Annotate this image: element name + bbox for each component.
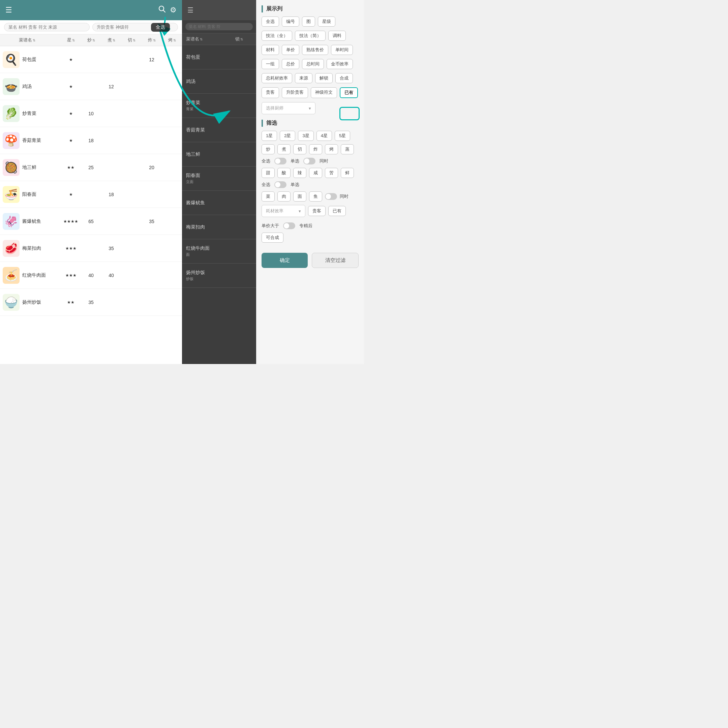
- search-button[interactable]: [158, 5, 166, 15]
- tag-合成[interactable]: 合成: [335, 73, 353, 83]
- food-emoji: 🍜: [3, 186, 20, 203]
- tag-蒸[interactable]: 蒸: [341, 144, 354, 154]
- efficiency-dropdown[interactable]: 耗材效率 ▾: [262, 205, 305, 217]
- tag-1星[interactable]: 1星: [262, 131, 277, 141]
- th-star[interactable]: 星 ⇅: [61, 37, 81, 43]
- tag-编号[interactable]: 编号: [282, 17, 299, 27]
- tag-yiyou-filter[interactable]: 已有: [328, 206, 346, 216]
- tag-解锁[interactable]: 解锁: [315, 73, 333, 83]
- tag-synthesize[interactable]: 可合成: [262, 232, 283, 243]
- tag-熟练售价[interactable]: 熟练售价: [302, 45, 328, 55]
- th-zha[interactable]: 炸 ⇅: [142, 37, 162, 43]
- mid-table-row[interactable]: 荷包蛋: [182, 45, 256, 69]
- tags-row2: 技法（全）技法（简）调料: [262, 31, 359, 41]
- mid-row-name: 炒青菜 青菜: [186, 100, 235, 112]
- mid-th-name[interactable]: 菜谱名 ⇅: [186, 36, 235, 42]
- tag-总耗材效率[interactable]: 总耗材效率: [262, 73, 292, 83]
- tag-金币效率[interactable]: 金币效率: [327, 59, 353, 69]
- tag-苦[interactable]: 苦: [325, 168, 338, 178]
- table-row[interactable]: 🍳 荷包蛋 ★ 12: [0, 46, 182, 73]
- mid-menu-icon[interactable]: ☰: [187, 6, 193, 14]
- tag-烤[interactable]: 烤: [325, 144, 338, 154]
- mid-table-row[interactable]: 梅菜扣肉: [182, 215, 256, 239]
- tag-总价[interactable]: 总价: [282, 59, 299, 69]
- table-row[interactable]: 🦑 酱爆鱿鱼 ★★★★ 65 35: [0, 208, 182, 235]
- table-row[interactable]: 🍲 鸡汤 ★ 12: [0, 73, 182, 100]
- tag-调料[interactable]: 调料: [328, 31, 346, 41]
- chef-dropdown[interactable]: 选择厨师 ▾: [262, 102, 315, 114]
- mid-table-row[interactable]: 鸡汤: [182, 69, 256, 94]
- th-qie[interactable]: 切 ⇅: [121, 37, 142, 43]
- tag-4星[interactable]: 4星: [317, 131, 332, 141]
- tag-炸[interactable]: 炸: [309, 144, 322, 154]
- header-actions: ⚙ 全选: [158, 5, 177, 15]
- tag-已有[interactable]: 已有: [340, 87, 358, 98]
- mid-th-lock[interactable]: 锁 ⇅: [235, 36, 252, 42]
- tag-咸[interactable]: 咸: [309, 168, 322, 178]
- th-chao[interactable]: 炒 ⇅: [81, 37, 101, 43]
- tag-升阶贵客[interactable]: 升阶贵客: [282, 87, 308, 98]
- tag-type-肉[interactable]: 肉: [277, 191, 291, 202]
- mid-table-row[interactable]: 香菇青菜: [182, 118, 256, 142]
- single-price-toggle[interactable]: [283, 222, 295, 229]
- tag-单价[interactable]: 单价: [282, 45, 299, 55]
- tag-5星[interactable]: 5星: [335, 131, 350, 141]
- tag-技法（简）[interactable]: 技法（简）: [295, 31, 326, 41]
- cell-zha: 12: [142, 57, 162, 62]
- tag-辣[interactable]: 辣: [293, 168, 306, 178]
- clear-button[interactable]: 清空过滤: [312, 253, 359, 268]
- table-row[interactable]: 🍜 阳春面 ★ 18: [0, 181, 182, 208]
- tag-type-面[interactable]: 面: [293, 191, 306, 202]
- tag-切[interactable]: 切: [293, 144, 306, 154]
- table-row[interactable]: 🍚 扬州炒饭 ★★ 35: [0, 289, 182, 316]
- tag-单时间[interactable]: 单时间: [331, 45, 353, 55]
- menu-icon[interactable]: ☰: [5, 6, 12, 14]
- tag-煮[interactable]: 煮: [277, 144, 291, 154]
- tag-神级符文[interactable]: 神级符文: [311, 87, 337, 98]
- quanxuan-toggle[interactable]: [274, 158, 286, 164]
- tag-图[interactable]: 图: [302, 17, 315, 27]
- cell-zhu: 35: [101, 246, 121, 251]
- tag-酸[interactable]: 酸: [277, 168, 291, 178]
- table-row[interactable]: 🥩 梅菜扣肉 ★★★ 35: [0, 235, 182, 262]
- left-table-body: 🍳 荷包蛋 ★ 12 🍲 鸡汤 ★ 12 🥬 炒青菜 ★ 10 🍄: [0, 46, 182, 364]
- mid-table-row[interactable]: 地三鲜: [182, 142, 256, 167]
- tag-guest-filter[interactable]: 贵客: [308, 206, 326, 216]
- tag-type-菜[interactable]: 菜: [262, 191, 275, 202]
- tag-炒[interactable]: 炒: [262, 144, 275, 154]
- tag-星级[interactable]: 星级: [318, 17, 335, 27]
- tag-全选[interactable]: 全选: [262, 17, 279, 27]
- tag-3星[interactable]: 3星: [298, 131, 314, 141]
- th-zhu[interactable]: 煮 ⇅: [101, 37, 121, 43]
- tag-贵客[interactable]: 贵客: [262, 87, 279, 98]
- taste-filter-row: 甜酸辣咸苦鲜: [262, 168, 359, 178]
- th-name[interactable]: 菜谱名 ⇅: [0, 37, 61, 43]
- mid-table-row[interactable]: 扬州炒饭 炒饭: [182, 263, 256, 288]
- th-kao[interactable]: 烤 ⇅: [162, 37, 182, 43]
- quanxuan-taste-toggle[interactable]: [274, 181, 286, 188]
- tag-甜[interactable]: 甜: [262, 168, 275, 178]
- tag-type-鱼[interactable]: 鱼: [309, 191, 322, 202]
- settings-button[interactable]: ⚙: [170, 6, 177, 14]
- tag-一组[interactable]: 一组: [262, 59, 279, 69]
- mid-search-input[interactable]: [185, 23, 253, 30]
- table-row[interactable]: 🍝 红烧牛肉面 ★★★ 40 40: [0, 262, 182, 289]
- mid-table-row[interactable]: 阳春面 立面: [182, 167, 256, 191]
- mid-table-row[interactable]: 酱爆鱿鱼: [182, 191, 256, 215]
- tag-技法（全）[interactable]: 技法（全）: [262, 31, 292, 41]
- tag-总时间[interactable]: 总时间: [302, 59, 324, 69]
- tag-鲜[interactable]: 鲜: [341, 168, 354, 178]
- search-input-1[interactable]: [4, 23, 90, 31]
- tag-来源[interactable]: 来源: [295, 73, 312, 83]
- bottom-actions: 确定 清空过滤: [262, 249, 359, 268]
- danxuan-toggle[interactable]: [303, 158, 315, 164]
- mid-table-row[interactable]: 炒青菜 青菜: [182, 94, 256, 118]
- table-row[interactable]: 🥬 炒青菜 ★ 10: [0, 100, 182, 127]
- type-tongshi-toggle[interactable]: [325, 193, 337, 200]
- table-row[interactable]: 🥘 地三鲜 ★★ 25 20: [0, 154, 182, 181]
- tag-2星[interactable]: 2星: [280, 131, 295, 141]
- table-row[interactable]: 🍄 香菇青菜 ★ 18: [0, 127, 182, 154]
- mid-table-row[interactable]: 红烧牛肉面 面: [182, 239, 256, 263]
- confirm-button[interactable]: 确定: [262, 253, 308, 268]
- tag-材料[interactable]: 材料: [262, 45, 279, 55]
